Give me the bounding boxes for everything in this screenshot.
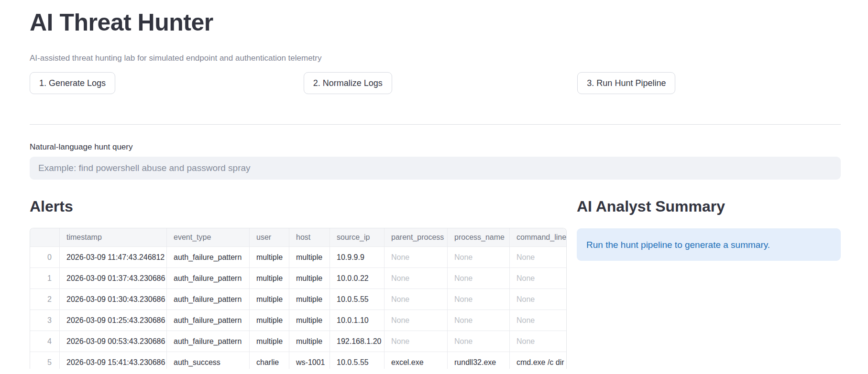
table-cell[interactable]: auth_failure_pattern (167, 331, 250, 352)
summary-info-text: Run the hunt pipeline to generate a summ… (586, 239, 770, 251)
table-cell[interactable]: auth_failure_pattern (167, 310, 250, 331)
table-cell[interactable]: None (385, 310, 448, 331)
table-cell[interactable]: ws-1001 (289, 352, 330, 369)
row-index-cell[interactable]: 0 (30, 247, 60, 268)
table-cell[interactable]: multiple (250, 268, 289, 289)
table-cell[interactable]: 192.168.1.20 (330, 331, 385, 352)
table-row: 32026-03-09 01:25:43.230686auth_failure_… (30, 310, 567, 331)
app-page: AI Threat Hunter AI-assisted threat hunt… (0, 9, 868, 369)
alerts-table-head-row: timestampevent_typeuserhostsource_ippare… (30, 228, 567, 247)
table-cell[interactable]: None (448, 310, 510, 331)
column-header-host[interactable]: host (289, 228, 330, 247)
table-cell[interactable]: None (510, 289, 567, 310)
column-header-event_type[interactable]: event_type (167, 228, 250, 247)
ai-summary-section: AI Analyst Summary Run the hunt pipeline… (577, 198, 841, 369)
table-cell[interactable]: None (510, 331, 567, 352)
page-title: AI Threat Hunter (30, 9, 841, 36)
run-hunt-pipeline-button[interactable]: 3. Run Hunt Pipeline (577, 72, 675, 94)
table-cell[interactable]: rundll32.exe (448, 352, 510, 369)
table-cell[interactable]: None (448, 268, 510, 289)
table-cell[interactable]: charlie (250, 352, 289, 369)
table-cell[interactable]: 2026-03-09 01:30:43.230686 (60, 289, 167, 310)
table-cell[interactable]: None (385, 247, 448, 268)
table-cell[interactable]: multiple (250, 289, 289, 310)
column-header-source_ip[interactable]: source_ip (330, 228, 385, 247)
table-cell[interactable]: auth_failure_pattern (167, 289, 250, 310)
table-cell[interactable]: None (385, 268, 448, 289)
table-cell[interactable]: multiple (289, 247, 330, 268)
table-cell[interactable]: None (385, 289, 448, 310)
table-cell[interactable]: auth_success (167, 352, 250, 369)
column-header-command_line[interactable]: command_line (510, 228, 567, 247)
button-column-3: 3. Run Hunt Pipeline (577, 72, 841, 94)
table-cell[interactable]: None (385, 331, 448, 352)
table-cell[interactable]: None (448, 331, 510, 352)
alerts-table[interactable]: timestampevent_typeuserhostsource_ippare… (30, 228, 567, 369)
summary-info-box: Run the hunt pipeline to generate a summ… (577, 228, 841, 261)
table-cell[interactable]: multiple (250, 310, 289, 331)
column-header-parent_process[interactable]: parent_process (385, 228, 448, 247)
button-column-2: 2. Normalize Logs (304, 72, 567, 94)
table-cell[interactable]: 10.0.0.22 (330, 268, 385, 289)
ai-summary-heading: AI Analyst Summary (577, 198, 841, 215)
hunt-query-input[interactable] (30, 157, 841, 180)
column-header-timestamp[interactable]: timestamp (60, 228, 167, 247)
table-cell[interactable]: cmd.exe /c dir (510, 352, 567, 369)
table-cell[interactable]: 10.0.5.55 (330, 289, 385, 310)
normalize-logs-button[interactable]: 2. Normalize Logs (304, 72, 392, 94)
table-cell[interactable]: None (510, 247, 567, 268)
generate-logs-button[interactable]: 1. Generate Logs (30, 72, 115, 94)
table-cell[interactable]: None (510, 310, 567, 331)
table-cell[interactable]: None (448, 247, 510, 268)
table-cell[interactable]: multiple (289, 310, 330, 331)
row-index-cell[interactable]: 4 (30, 331, 60, 352)
table-cell[interactable]: auth_failure_pattern (167, 247, 250, 268)
button-column-1: 1. Generate Logs (30, 72, 293, 94)
table-cell[interactable]: 2026-03-09 01:37:43.230686 (60, 268, 167, 289)
table-cell[interactable]: multiple (289, 289, 330, 310)
table-cell[interactable]: 10.0.1.10 (330, 310, 385, 331)
main-columns: Alerts timestampevent_typeuserhostsource… (30, 198, 841, 369)
section-divider (30, 124, 841, 125)
table-cell[interactable]: 2026-03-09 00:53:43.230686 (60, 331, 167, 352)
table-cell[interactable]: multiple (289, 331, 330, 352)
column-header-process_name[interactable]: process_name (448, 228, 510, 247)
table-cell[interactable]: multiple (289, 268, 330, 289)
table-cell[interactable]: multiple (250, 247, 289, 268)
page-subtitle: AI-assisted threat hunting lab for simul… (30, 53, 841, 63)
table-cell[interactable]: excel.exe (385, 352, 448, 369)
table-cell[interactable]: 2026-03-09 01:25:43.230686 (60, 310, 167, 331)
pipeline-buttons-row: 1. Generate Logs 2. Normalize Logs 3. Ru… (30, 72, 841, 94)
alerts-heading: Alerts (30, 198, 567, 215)
table-row: 12026-03-09 01:37:43.230686auth_failure_… (30, 268, 567, 289)
table-row: 52026-03-09 15:41:43.230686auth_successc… (30, 352, 567, 369)
table-cell[interactable]: 2026-03-09 15:41:43.230686 (60, 352, 167, 369)
row-index-cell[interactable]: 2 (30, 289, 60, 310)
table-row: 22026-03-09 01:30:43.230686auth_failure_… (30, 289, 567, 310)
row-index-cell[interactable]: 3 (30, 310, 60, 331)
table-cell[interactable]: auth_failure_pattern (167, 268, 250, 289)
row-index-cell[interactable]: 1 (30, 268, 60, 289)
table-cell[interactable]: 10.0.5.55 (330, 352, 385, 369)
table-cell[interactable]: 2026-03-09 11:47:43.246812 (60, 247, 167, 268)
column-header-user[interactable]: user (250, 228, 289, 247)
hunt-query-label: Natural-language hunt query (30, 142, 841, 152)
row-index-cell[interactable]: 5 (30, 352, 60, 369)
table-cell[interactable]: None (448, 289, 510, 310)
table-cell[interactable]: 10.9.9.9 (330, 247, 385, 268)
column-header-index[interactable] (30, 228, 60, 247)
table-row: 02026-03-09 11:47:43.246812auth_failure_… (30, 247, 567, 268)
table-cell[interactable]: None (510, 268, 567, 289)
table-row: 42026-03-09 00:53:43.230686auth_failure_… (30, 331, 567, 352)
table-cell[interactable]: multiple (250, 331, 289, 352)
alerts-section: Alerts timestampevent_typeuserhostsource… (30, 198, 567, 369)
